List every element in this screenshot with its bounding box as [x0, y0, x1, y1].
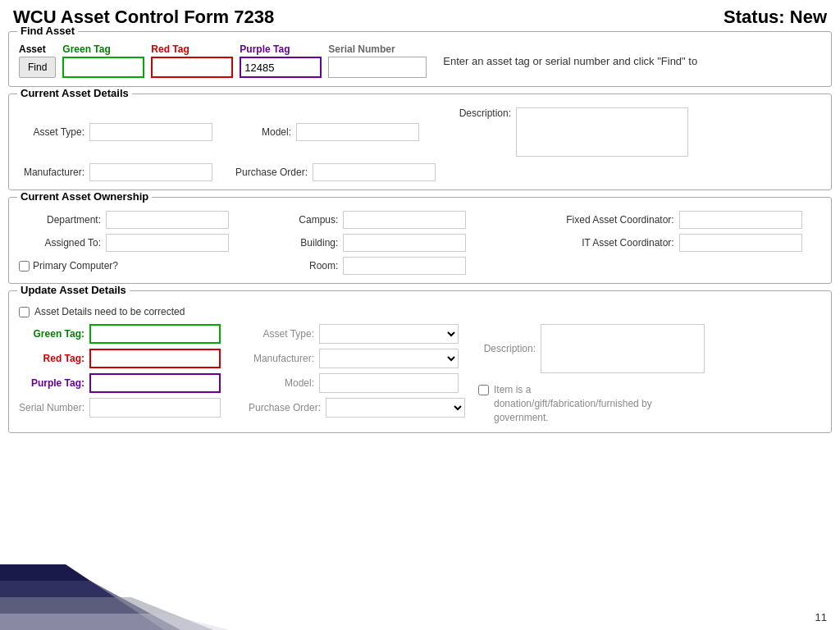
update-model-label: Model: — [249, 377, 314, 389]
update-asset-details-legend: Update Asset Details — [17, 284, 130, 296]
update-purchase-order-label: Purchase Order: — [249, 402, 321, 413]
asset-col: Asset Find — [19, 43, 56, 78]
department-input[interactable] — [106, 211, 229, 229]
update-grid: Green Tag: Red Tag: Purple Tag: Serial N… — [19, 324, 821, 424]
update-asset-type-select[interactable] — [319, 324, 459, 344]
purple-tag-input[interactable] — [240, 57, 322, 78]
update-asset-type-field: Asset Type: — [249, 324, 470, 344]
update-right-col: Description: Item is a donation/gift/fab… — [478, 324, 821, 424]
update-description-label: Description: — [478, 343, 536, 354]
update-purple-tag-input[interactable] — [89, 373, 221, 393]
find-asset-fields: Asset Find Green Tag Red Tag Purple Tag … — [19, 43, 821, 78]
update-manufacturer-label: Manufacturer: — [249, 353, 314, 364]
find-asset-legend: Find Asset — [17, 25, 78, 37]
current-asset-details-legend: Current Asset Details — [17, 87, 132, 99]
serial-number-input[interactable] — [328, 57, 427, 78]
asset-details-correction-label: Asset Details need to be corrected — [34, 306, 185, 317]
it-asset-coordinator-input[interactable] — [679, 234, 802, 252]
update-purchase-order-select[interactable] — [326, 398, 465, 418]
current-asset-ownership-legend: Current Asset Ownership — [17, 190, 152, 203]
update-red-tag-field: Red Tag: — [19, 349, 240, 368]
room-input[interactable] — [343, 257, 466, 275]
fixed-asset-coordinator-field: Fixed Asset Coordinator: — [559, 211, 821, 229]
donation-checkbox[interactable] — [478, 385, 489, 395]
asset-details-correction-checkbox[interactable] — [19, 307, 30, 317]
page-number: 11 — [815, 611, 827, 623]
building-input[interactable] — [343, 234, 466, 252]
svg-marker-3 — [0, 614, 230, 630]
campus-input[interactable] — [343, 211, 466, 229]
description-textarea[interactable] — [516, 107, 688, 157]
primary-computer-checkbox[interactable] — [19, 261, 30, 272]
room-field: Room: — [289, 257, 550, 275]
purchase-order-field: Purchase Order: — [226, 163, 436, 181]
primary-computer-label: Primary Computer? — [33, 260, 118, 272]
current-asset-ownership-section: Current Asset Ownership Department: Camp… — [8, 197, 832, 284]
manufacturer-field: Manufacturer: — [19, 163, 212, 181]
update-model-input[interactable] — [319, 373, 459, 393]
primary-computer-row: Primary Computer? — [19, 260, 281, 272]
asset-type-input[interactable] — [89, 123, 212, 141]
asset-type-label: Asset Type: — [19, 126, 84, 138]
asset-label: Asset — [19, 43, 56, 55]
find-hint: Enter an asset tag or serial number and … — [443, 55, 697, 67]
page-header: WCU Asset Control Form 7238 Status: New — [0, 0, 840, 31]
it-asset-coordinator-field: IT Asset Coordinator: — [559, 234, 821, 252]
update-green-tag-field: Green Tag: — [19, 324, 240, 344]
update-red-tag-input[interactable] — [89, 349, 221, 368]
update-green-tag-label: Green Tag: — [19, 328, 84, 340]
asset-details-row2: Manufacturer: Purchase Order: — [19, 163, 821, 181]
status-badge: Status: New — [724, 7, 827, 28]
update-manufacturer-field: Manufacturer: — [249, 349, 470, 368]
serial-number-label: Serial Number — [328, 43, 427, 55]
assigned-to-label: Assigned To: — [19, 237, 101, 249]
building-field: Building: — [289, 234, 550, 252]
model-input[interactable] — [296, 123, 419, 141]
campus-label: Campus: — [289, 214, 338, 226]
update-center-col: Asset Type: Manufacturer: Model: Purchas… — [249, 324, 470, 418]
update-serial-number-field: Serial Number: — [19, 398, 240, 418]
update-purple-tag-field: Purple Tag: — [19, 373, 240, 393]
building-label: Building: — [289, 237, 338, 249]
update-serial-number-input[interactable] — [89, 398, 221, 418]
model-label: Model: — [226, 126, 291, 138]
update-description-field: Description: — [478, 324, 821, 373]
fixed-asset-coordinator-label: Fixed Asset Coordinator: — [559, 214, 674, 226]
asset-type-field: Asset Type: — [19, 123, 212, 141]
current-asset-details-section: Current Asset Details Asset Type: Model:… — [8, 94, 832, 190]
purple-tag-col: Purple Tag — [240, 43, 322, 78]
asset-details-row1: Asset Type: Model: Description: — [19, 107, 821, 157]
update-description-textarea[interactable] — [541, 324, 705, 373]
find-button[interactable]: Find — [19, 57, 56, 78]
department-field: Department: — [19, 211, 281, 229]
assigned-to-field: Assigned To: — [19, 234, 281, 252]
donation-field: Item is a donation/gift/fabrication/furn… — [478, 383, 821, 424]
update-asset-type-label: Asset Type: — [249, 328, 314, 340]
description-field: Description: — [445, 107, 688, 157]
purchase-order-input[interactable] — [313, 163, 436, 181]
red-tag-col: Red Tag — [151, 43, 233, 78]
campus-field: Campus: — [289, 211, 550, 229]
donation-label: Item is a donation/gift/fabrication/furn… — [494, 383, 658, 424]
manufacturer-label: Manufacturer: — [19, 167, 84, 178]
red-tag-input[interactable] — [151, 57, 233, 78]
update-model-field: Model: — [249, 373, 470, 393]
purple-tag-label: Purple Tag — [240, 43, 322, 55]
it-asset-coordinator-label: IT Asset Coordinator: — [559, 237, 674, 249]
green-tag-col: Green Tag — [62, 43, 144, 78]
purchase-order-label: Purchase Order: — [226, 167, 308, 178]
update-red-tag-label: Red Tag: — [19, 353, 84, 364]
green-tag-label: Green Tag — [62, 43, 144, 55]
manufacturer-input[interactable] — [89, 163, 212, 181]
find-asset-section: Find Asset Asset Find Green Tag Red Tag … — [8, 31, 832, 87]
update-asset-details-section: Update Asset Details Asset Details need … — [8, 290, 832, 433]
green-tag-input[interactable] — [62, 57, 144, 78]
department-label: Department: — [19, 214, 101, 226]
assigned-to-input[interactable] — [106, 234, 229, 252]
fixed-asset-coordinator-input[interactable] — [679, 211, 802, 229]
description-label: Description: — [445, 107, 511, 119]
update-manufacturer-select[interactable] — [319, 349, 459, 368]
update-header: Asset Details need to be corrected — [19, 306, 821, 317]
update-green-tag-input[interactable] — [89, 324, 221, 344]
update-serial-number-label: Serial Number: — [19, 402, 84, 413]
